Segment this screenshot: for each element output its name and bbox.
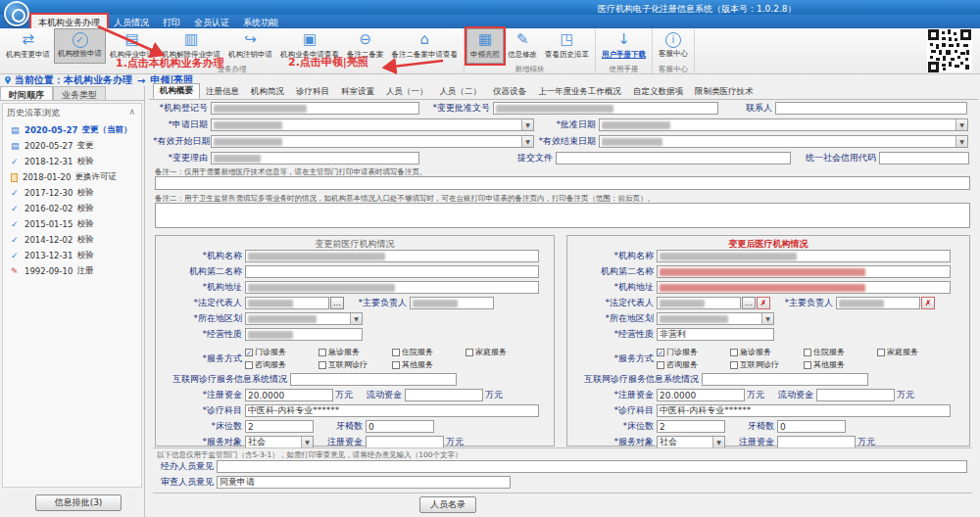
reg-no-input[interactable] [211, 102, 419, 115]
org-address-input[interactable] [245, 281, 539, 294]
checkbox[interactable] [657, 361, 664, 369]
history-item[interactable]: ✓2016-02-02校验 [3, 201, 141, 216]
menu-item[interactable]: 人员情况 [107, 15, 156, 28]
checkbox[interactable] [245, 361, 253, 369]
dropdown-arrow-icon[interactable]: ▼ [761, 313, 773, 324]
legal-rep-input[interactable] [657, 297, 741, 309]
principal-input[interactable] [836, 297, 920, 309]
personnel-list-button[interactable]: 人员名录 [419, 496, 476, 513]
reg-capital-input[interactable]: 20.0000 [657, 389, 745, 401]
form-tab[interactable]: 科室设置 [335, 85, 380, 99]
principal-input[interactable] [410, 297, 494, 309]
dropdown-arrow-icon[interactable]: ▼ [521, 136, 533, 147]
form-tab[interactable]: 上一年度业务工作概况 [532, 85, 627, 99]
subjects-input[interactable]: 中医科-内科专业****** [657, 404, 951, 417]
toolbar-button[interactable]: ⌂备注二备案申请查看 [388, 28, 463, 64]
toolbar-button[interactable]: ↓用户手册下载 [598, 28, 650, 64]
checkbox[interactable] [466, 349, 473, 356]
reg-capital-input[interactable]: 20.0000 [245, 389, 333, 401]
checkbox[interactable]: ✓ [657, 349, 664, 356]
float-capital-input[interactable] [816, 389, 895, 401]
history-item[interactable]: ✓2014-12-02校验 [3, 232, 141, 248]
toolbar-button[interactable]: ↪机构注销申请 [224, 28, 276, 64]
form-tab[interactable]: 诊疗科目 [290, 85, 335, 99]
beds-input[interactable]: 2 [245, 420, 314, 433]
org-name2-input[interactable] [657, 265, 951, 278]
form-tab[interactable]: 限制类医疗技术 [689, 85, 760, 99]
checkbox[interactable] [318, 361, 326, 369]
form-tab[interactable]: 注册信息 [200, 85, 245, 99]
form-tab[interactable]: 自定义数据项 [627, 85, 689, 99]
checkbox[interactable]: ✓ [245, 349, 253, 356]
reviewer-opinion-input[interactable]: 同意申请 [217, 476, 511, 489]
change-reason-input[interactable] [211, 152, 419, 164]
checkbox[interactable] [877, 349, 885, 356]
internet-service-input[interactable] [290, 373, 457, 386]
menu-item[interactable]: 本机构业务办理 [31, 15, 107, 28]
history-item[interactable]: ✎1992-09-10注册 [3, 263, 141, 279]
menu-item[interactable]: 全员认证 [187, 15, 236, 28]
form-tab[interactable]: 机构简况 [245, 85, 290, 99]
form-tab[interactable]: 人员（一） [380, 85, 434, 99]
district-combo[interactable]: ▼ [245, 312, 363, 325]
sidebar-tab[interactable]: 时间顺序 [0, 86, 53, 100]
checkbox[interactable] [392, 361, 400, 369]
toolbar-button[interactable]: ▦申领亮照 [466, 28, 504, 64]
dropdown-arrow-icon[interactable]: ▼ [521, 119, 533, 130]
float-capital-input[interactable] [405, 389, 483, 401]
form-tab[interactable]: 机构概要 [153, 83, 200, 99]
checkbox[interactable] [804, 361, 811, 369]
info-batch-button[interactable]: 信息排批(3) [35, 494, 122, 511]
beds-input[interactable]: 2 [657, 420, 725, 433]
apply-date-combo[interactable]: ▼ [211, 118, 534, 131]
toolbar-button[interactable]: ✎信息修改 [504, 28, 541, 64]
history-item[interactable]: 2018-01-20更换许可证 [3, 169, 141, 185]
operator-opinion-input[interactable] [217, 460, 967, 473]
dropdown-arrow-icon[interactable]: ▼ [712, 437, 724, 447]
contact-input[interactable] [775, 102, 967, 115]
history-item[interactable]: ✓2018-12-31校验 [3, 154, 141, 169]
form-tab[interactable]: 人员（二） [434, 85, 488, 99]
browse-button[interactable]: … [742, 297, 756, 309]
dropdown-arrow-icon[interactable]: ▼ [956, 119, 967, 130]
subjects-input[interactable]: 中医科-内科专业****** [245, 404, 539, 417]
checkbox[interactable] [730, 361, 738, 369]
form-tab[interactable]: 仪器设备 [487, 85, 532, 99]
note2-input[interactable] [155, 203, 970, 228]
history-item[interactable]: ▤2020-05-27变更（当前） [3, 122, 141, 138]
sidebar-tab[interactable]: 业务类型 [53, 86, 106, 100]
submit-file-input[interactable] [556, 152, 791, 164]
toolbar-button[interactable]: ⇄机构变更申请 [2, 28, 54, 64]
checkbox[interactable] [392, 349, 400, 356]
nature-input[interactable] [245, 328, 363, 341]
menu-item[interactable]: 打印 [156, 15, 187, 28]
browse-button[interactable]: … [330, 297, 344, 309]
collapse-icon[interactable]: ∧ [128, 107, 135, 119]
org-name-input[interactable] [245, 250, 539, 262]
checkbox[interactable] [318, 349, 326, 356]
clear-button[interactable]: ✗ [921, 297, 935, 309]
chairs-input[interactable]: 0 [777, 420, 846, 433]
history-item[interactable]: ✓2013-12-31校验 [3, 248, 141, 263]
org-name2-input[interactable] [245, 265, 539, 278]
district-combo[interactable]: ▼ [657, 312, 774, 325]
valid-to-combo[interactable]: ▼ [599, 135, 968, 148]
chairs-input[interactable]: 0 [366, 420, 434, 433]
dropdown-arrow-icon[interactable]: ▼ [956, 136, 967, 147]
dropdown-arrow-icon[interactable]: ▼ [350, 313, 362, 324]
toolbar-button[interactable]: i客服中心 [655, 28, 692, 64]
note1-input[interactable] [155, 176, 970, 190]
checkbox[interactable] [730, 349, 738, 356]
clear-button[interactable]: ✗ [757, 297, 770, 309]
menu-item[interactable]: 系统功能 [236, 15, 285, 28]
breadcrumb-path1[interactable]: 本机构业务办理 [64, 73, 132, 87]
approve-date-combo[interactable]: ▼ [599, 118, 968, 131]
history-item[interactable]: ✓2015-01-15校验 [3, 216, 141, 232]
org-name-input[interactable] [657, 250, 951, 262]
org-address-input[interactable] [657, 281, 951, 294]
internet-service-input[interactable] [702, 373, 868, 386]
nature-input[interactable]: 非营利 [657, 328, 774, 341]
legal-rep-input[interactable] [245, 297, 329, 309]
app-logo-icon[interactable] [4, 1, 29, 26]
toolbar-button[interactable]: ◳查看历史沿革 [541, 28, 593, 64]
